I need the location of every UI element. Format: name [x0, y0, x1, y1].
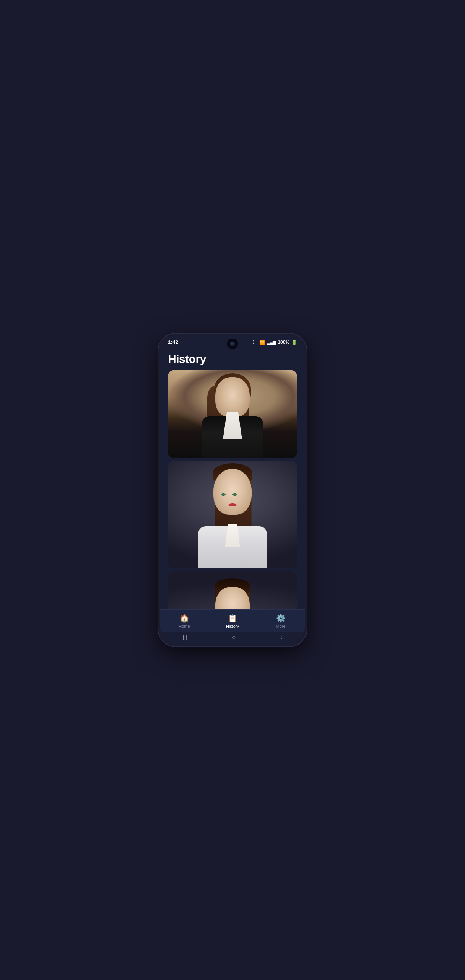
left-eye — [221, 493, 226, 496]
right-eye — [232, 493, 237, 496]
nav-item-more[interactable]: ⚙️ More — [257, 614, 305, 628]
scroll-content[interactable]: History — [160, 347, 305, 609]
more-icon: ⚙️ — [276, 614, 286, 623]
history-image-3 — [168, 571, 297, 609]
bluetooth-icon: ⛶ — [253, 340, 257, 345]
history-image-2 — [168, 461, 297, 568]
nav-label-history: History — [226, 624, 239, 628]
home-icon: 🏠 — [180, 614, 189, 623]
home-button[interactable]: ○ — [232, 634, 236, 641]
page-title: History — [160, 347, 305, 370]
nav-item-home[interactable]: 🏠 Home — [160, 614, 208, 628]
camera-notch — [227, 339, 238, 349]
phone-frame: 1:42 ⛶ 🛜 ▂▄▆ 100% 🔋 History — [158, 333, 307, 647]
history-item-3[interactable] — [168, 571, 297, 609]
nav-label-more: More — [276, 624, 285, 628]
history-image-1 — [168, 370, 297, 458]
lips — [228, 503, 237, 506]
battery-indicator: 100% — [278, 340, 289, 345]
back-button[interactable]: ‹ — [280, 634, 282, 641]
status-time: 1:42 — [168, 339, 178, 345]
history-item-1[interactable] — [168, 370, 297, 458]
camera-lens — [230, 342, 235, 346]
phone-screen: 1:42 ⛶ 🛜 ▂▄▆ 100% 🔋 History — [160, 335, 305, 645]
bottom-nav: 🏠 Home 📋 History ⚙️ More — [160, 609, 305, 632]
battery-icon: 🔋 — [291, 340, 297, 345]
history-icon: 📋 — [228, 614, 237, 623]
status-icons: ⛶ 🛜 ▂▄▆ 100% 🔋 — [253, 340, 297, 345]
gesture-bar: ||| ○ ‹ — [160, 632, 305, 645]
nav-item-history[interactable]: 📋 History — [208, 614, 257, 628]
history-item-2[interactable] — [168, 461, 297, 568]
nav-label-home: Home — [179, 624, 190, 628]
recents-button[interactable]: ||| — [182, 634, 187, 641]
signal-icon: ▂▄▆ — [267, 340, 276, 345]
wifi-icon: 🛜 — [259, 340, 265, 345]
